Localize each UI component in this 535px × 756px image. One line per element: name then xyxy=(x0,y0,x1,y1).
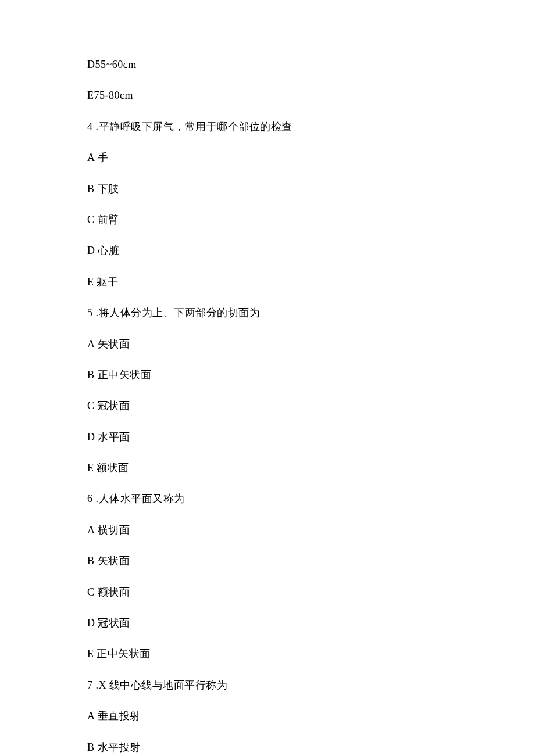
text-line: D55~60cm xyxy=(87,58,448,71)
option-line: C 前臂 xyxy=(87,213,448,227)
option-line: C 冠状面 xyxy=(87,399,448,413)
question-line: 7 .X 线中心线与地面平行称为 xyxy=(87,679,448,692)
option-line: A 手 xyxy=(87,151,448,164)
option-line: B 正中矢状面 xyxy=(87,368,448,382)
option-line: E 额状面 xyxy=(87,461,448,475)
option-line: C 额状面 xyxy=(87,586,448,599)
option-line: D 水平面 xyxy=(87,431,448,444)
option-line: D 冠状面 xyxy=(87,617,448,630)
option-line: B 水平投射 xyxy=(87,741,448,754)
option-line: A 横切面 xyxy=(87,524,448,537)
option-line: E 正中矢状面 xyxy=(87,647,448,661)
option-line: E 躯干 xyxy=(87,275,448,289)
text-line: E75-80cm xyxy=(87,89,448,102)
question-line: 5 .将人体分为上、下两部分的切面为 xyxy=(87,306,448,320)
option-line: B 下肢 xyxy=(87,182,448,196)
option-line: D 心脏 xyxy=(87,244,448,257)
document-page: D55~60cm E75-80cm 4 .平静呼吸下屏气，常用于哪个部位的检查 … xyxy=(0,0,535,756)
option-line: A 垂直投射 xyxy=(87,710,448,723)
question-line: 4 .平静呼吸下屏气，常用于哪个部位的检查 xyxy=(87,120,448,134)
question-line: 6 .人体水平面又称为 xyxy=(87,492,448,506)
option-line: A 矢状面 xyxy=(87,338,448,351)
option-line: B 矢状面 xyxy=(87,554,448,568)
